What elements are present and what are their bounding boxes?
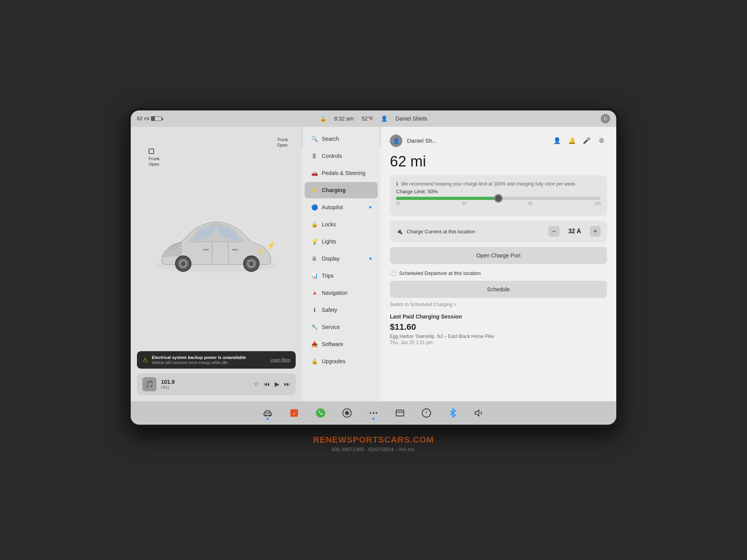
taskbar-volume-button[interactable] bbox=[472, 405, 487, 421]
menu-label-autopilot: Autopilot bbox=[322, 204, 365, 210]
schedule-button[interactable]: Schedule bbox=[390, 281, 607, 298]
autopilot-dot bbox=[369, 206, 372, 208]
more-icon bbox=[368, 408, 379, 418]
slider-label-50: 50 bbox=[396, 201, 400, 206]
charge-limit-slider[interactable] bbox=[396, 197, 601, 200]
menu-label-charging: Charging bbox=[322, 187, 372, 193]
search-icon: 🔍 bbox=[311, 135, 318, 142]
alert-title: Electrical system backup power is unavai… bbox=[152, 355, 267, 360]
learn-more-link[interactable]: Learn More bbox=[270, 358, 290, 362]
taskbar-info-button[interactable] bbox=[419, 405, 434, 421]
svg-point-7 bbox=[181, 261, 186, 266]
taskbar-phone-button[interactable] bbox=[313, 405, 328, 421]
radio-favorite-button[interactable]: ☆ bbox=[254, 380, 259, 388]
increase-current-button[interactable]: + bbox=[590, 226, 601, 237]
menu-label-display: Display bbox=[322, 256, 365, 262]
status-bar-left: 62 mi bbox=[137, 116, 315, 121]
menu-label-locks: Locks bbox=[322, 221, 372, 228]
menu-item-controls[interactable]: 🎛 Controls bbox=[305, 148, 378, 164]
battery-mileage: 62 mi bbox=[137, 116, 149, 121]
open-charge-port-button[interactable]: Open Charge Port bbox=[390, 247, 607, 264]
locks-icon: 🔒 bbox=[311, 221, 318, 228]
svg-point-21 bbox=[370, 412, 371, 413]
menu-item-navigation[interactable]: 🔺 Navigation bbox=[305, 285, 378, 301]
car-visualization: Frunk Open Trunk Open bbox=[137, 133, 296, 351]
menu-item-safety[interactable]: ℹ Safety bbox=[305, 302, 378, 318]
menu-item-lights[interactable]: 💡 Lights bbox=[305, 233, 378, 250]
menu-item-pedals[interactable]: 🚗 Pedals & Steering bbox=[305, 165, 378, 181]
radio-play-button[interactable]: ▶ bbox=[275, 380, 279, 388]
menu-item-upgrades[interactable]: 🔒 Upgrades bbox=[305, 353, 378, 369]
switch-charging-link[interactable]: Switch to Scheduled Charging > bbox=[390, 302, 607, 307]
menu-item-charging[interactable]: ⚡ Charging bbox=[305, 182, 378, 198]
last-session-date: Thu, Jan 25 1:31 pm bbox=[390, 340, 607, 345]
radio-controls: ☆ ⏮ ▶ ⏭ bbox=[254, 380, 290, 388]
settings-icon[interactable]: ⚙ bbox=[596, 135, 607, 146]
slider-label-60: 60 bbox=[462, 201, 466, 206]
display-dot bbox=[369, 257, 372, 260]
software-icon: 📥 bbox=[311, 341, 318, 348]
lock-icon: 🔒 bbox=[320, 116, 326, 122]
logo-sports: SPORTS bbox=[347, 435, 384, 444]
info-card-text: We recommend keeping your charge limit a… bbox=[401, 181, 577, 187]
slider-label-80: 80 bbox=[528, 201, 533, 206]
radio-next-button[interactable]: ⏭ bbox=[284, 381, 290, 388]
taskbar-bluetooth-button[interactable] bbox=[445, 405, 461, 421]
svg-point-20 bbox=[345, 411, 349, 415]
svg-rect-24 bbox=[396, 410, 404, 416]
menu-item-autopilot[interactable]: 🔵 Autopilot bbox=[305, 199, 378, 215]
watermark-info: 000-38672365 - 02/07/2024 - IAA Inc. bbox=[313, 446, 434, 452]
bluetooth-icon bbox=[448, 408, 458, 418]
menu-item-search[interactable]: 🔍 Search bbox=[305, 131, 378, 147]
header-icons: 👤 🔔 🎤 ⚙ bbox=[552, 135, 607, 146]
decrease-current-button[interactable]: − bbox=[549, 226, 559, 237]
time-display: 8:32 am bbox=[334, 116, 354, 122]
svg-text:⚡: ⚡ bbox=[257, 248, 264, 254]
menu-item-service[interactable]: 🔧 Service bbox=[305, 319, 378, 335]
menu-item-trips[interactable]: 📊 Trips bbox=[305, 268, 378, 284]
svg-text:⚡: ⚡ bbox=[267, 241, 276, 250]
radio-frequency: 101.9 bbox=[161, 379, 249, 385]
radio-prev-button[interactable]: ⏮ bbox=[264, 381, 270, 388]
status-user-name: Daniel Shiels bbox=[395, 116, 427, 122]
menu-item-locks[interactable]: 🔒 Locks bbox=[305, 216, 378, 233]
car-icon bbox=[263, 408, 273, 418]
apps-icon bbox=[342, 408, 352, 418]
last-session-amount: $11.60 bbox=[390, 322, 607, 332]
charge-current-info: 🔌 Charge Current at this location bbox=[396, 228, 549, 234]
taskbar-car-button[interactable] bbox=[260, 405, 275, 421]
menu-label-service: Service bbox=[322, 324, 372, 330]
menu-label-pedals: Pedals & Steering bbox=[322, 170, 372, 176]
svg-point-23 bbox=[375, 412, 377, 413]
alert-subtitle: Vehicle will consume more energy while i… bbox=[152, 360, 267, 365]
charge-current-row: 🔌 Charge Current at this location − 32 A… bbox=[390, 220, 607, 242]
taskbar-more-button[interactable] bbox=[366, 405, 381, 421]
clock-icon: 🕐 bbox=[390, 270, 396, 276]
controls-icon: 🎛 bbox=[311, 152, 318, 159]
alert-icon: ⚠ bbox=[142, 356, 148, 364]
more-dot bbox=[372, 418, 375, 420]
autopilot-icon: 🔵 bbox=[311, 204, 318, 211]
taskbar: ♪ bbox=[131, 401, 616, 425]
svg-point-22 bbox=[373, 412, 374, 413]
charge-current-label: Charge Current at this location bbox=[407, 229, 475, 234]
bell-icon[interactable]: 🔔 bbox=[566, 135, 577, 146]
profile-icon[interactable]: 👤 bbox=[552, 135, 563, 146]
radio-label: HD1 bbox=[161, 385, 249, 390]
user-avatar-small: D bbox=[601, 114, 610, 123]
menu-item-software[interactable]: 📥 Software bbox=[305, 336, 378, 352]
user-icon: 👤 bbox=[381, 116, 388, 122]
mic-icon[interactable]: 🎤 bbox=[581, 135, 592, 146]
battery-indicator: 62 mi bbox=[137, 116, 162, 121]
info-card-icon: ℹ bbox=[396, 181, 398, 187]
alert-banner[interactable]: ⚠ Electrical system backup power is unav… bbox=[137, 351, 296, 369]
menu-item-display[interactable]: 🖥 Display bbox=[305, 250, 378, 267]
taskbar-apps-button[interactable] bbox=[339, 405, 355, 421]
charge-limit-label: Charge Limit: 50% bbox=[396, 189, 601, 194]
charge-plug-icon: 🔌 bbox=[396, 228, 403, 234]
current-value: 32 A bbox=[565, 228, 584, 235]
taskbar-card-button[interactable] bbox=[392, 405, 408, 421]
status-bar-center: 🔒 8:32 am 52°F 👤 Daniel Shiels bbox=[320, 116, 427, 122]
slider-thumb[interactable] bbox=[494, 194, 503, 203]
taskbar-music-button[interactable]: ♪ bbox=[286, 405, 302, 421]
